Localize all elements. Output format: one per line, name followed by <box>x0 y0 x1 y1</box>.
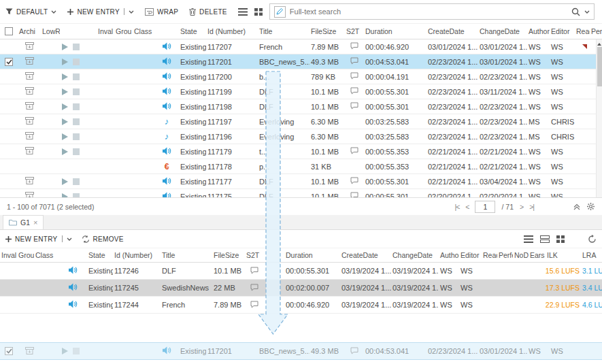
col-duration[interactable]: Duration <box>284 251 340 259</box>
col-class[interactable]: Class <box>133 27 154 35</box>
table-row[interactable]: ♪ € Existing 117197 Everloving 6.30 MB 0… <box>0 114 602 129</box>
rows-view-icon[interactable] <box>540 235 550 243</box>
search-options-chevron-icon[interactable] <box>584 10 590 14</box>
stop-icon[interactable] <box>73 44 80 50</box>
stop-icon[interactable] <box>73 88 80 95</box>
prev-page-button[interactable]: < <box>465 203 469 211</box>
grid-view-icon[interactable] <box>254 8 263 16</box>
wrap-toggle-button[interactable]: WRAP <box>145 8 178 16</box>
col-id[interactable]: Id (Number) <box>113 251 161 259</box>
stop-icon[interactable] <box>73 193 80 198</box>
table-row[interactable]: ♪ € Existing 117201 BBC_news_5... 49.3 M… <box>0 54 602 69</box>
remove-button[interactable]: REMOVE <box>82 235 124 243</box>
refresh-icon[interactable] <box>588 235 597 244</box>
play-icon[interactable] <box>62 59 68 65</box>
row-checkbox[interactable] <box>5 58 13 66</box>
vertical-scrollbar[interactable] <box>596 39 602 197</box>
col-class[interactable]: Class <box>34 251 58 259</box>
col-inval[interactable]: Inval <box>0 251 17 259</box>
col-lowres[interactable]: LowRes <box>41 27 60 35</box>
play-icon[interactable] <box>62 103 68 110</box>
col-editor[interactable]: Editor <box>550 27 575 35</box>
grid-view-icon[interactable] <box>556 235 565 243</box>
play-icon[interactable] <box>62 148 68 155</box>
col-title[interactable]: Title <box>161 251 212 259</box>
delete-button[interactable]: DELETE <box>189 8 227 16</box>
col-perfe[interactable]: Perfe <box>497 251 513 259</box>
filter-default-button[interactable]: DEFAULT <box>5 8 56 16</box>
close-icon[interactable]: × <box>33 218 37 227</box>
col-createdate[interactable]: CreateDate <box>340 251 391 259</box>
stop-icon[interactable] <box>73 118 80 125</box>
bottom-new-entry-button[interactable]: NEW ENTRY <box>5 235 72 243</box>
play-icon[interactable] <box>62 118 68 125</box>
table-row[interactable]: ♪ € Existing 117178 p... 31 KB 00:00:55.… <box>0 159 602 174</box>
col-read[interactable]: Read <box>482 251 497 259</box>
col-ilk[interactable]: ILK <box>546 251 581 259</box>
col-filesize[interactable]: FileSize <box>310 27 345 35</box>
table-row[interactable]: ♪ € Existing 117198 DLF 10.1 MB 00:00:55… <box>0 99 602 114</box>
col-title[interactable]: Title <box>258 27 310 35</box>
collapse-panel-icon[interactable] <box>573 203 580 210</box>
table-row[interactable]: ♪ € Existing 117207 French 7.89 MB 00:00… <box>0 39 602 54</box>
edit-query-icon[interactable] <box>274 6 286 18</box>
stop-icon[interactable] <box>73 178 80 185</box>
table-row[interactable]: ♪ € Existing 117199 DLF 10.1 MB 00:00:55… <box>0 84 602 99</box>
table-row[interactable]: Existing 117244 French 7.89 MB 00:00:46.… <box>0 297 602 314</box>
col-duration[interactable]: Duration <box>364 27 427 35</box>
col-read[interactable]: Read <box>575 27 590 35</box>
play-icon[interactable] <box>62 88 68 95</box>
col-changedate[interactable]: ChangeDate <box>391 251 439 259</box>
stop-icon[interactable] <box>73 148 80 155</box>
stop-icon[interactable] <box>73 103 80 110</box>
col-inval[interactable]: Inval <box>97 27 114 35</box>
col-lra[interactable]: LRA <box>581 251 602 259</box>
col-author[interactable]: Author <box>527 27 550 35</box>
last-page-button[interactable]: >| <box>529 203 534 211</box>
table-row[interactable]: ♪ € Existing 117179 t... 10.1 MB 00:00:5… <box>0 144 602 159</box>
play-icon[interactable] <box>62 73 68 80</box>
table-row[interactable]: Existing 117246 DLF 10.1 MB 00:00:55.301… <box>0 263 602 280</box>
list-view-icon[interactable] <box>238 8 248 16</box>
col-nodi[interactable]: NoDi <box>513 251 529 259</box>
col-archi[interactable]: Archi <box>18 27 41 35</box>
select-all-checkbox[interactable] <box>5 27 13 35</box>
col-filesize[interactable]: FileSize <box>212 251 245 259</box>
col-grou[interactable]: Grou <box>17 251 34 259</box>
col-changedate[interactable]: ChangeDate <box>478 27 527 35</box>
tab-g1[interactable]: G1 × <box>3 215 44 229</box>
table-row[interactable]: Existing 117245 SwedishNews 22 MB 00:02:… <box>0 280 602 297</box>
stop-icon[interactable] <box>73 133 80 140</box>
next-page-button[interactable]: > <box>520 203 523 211</box>
play-icon[interactable] <box>62 133 68 140</box>
search-icon[interactable] <box>571 7 580 16</box>
table-row[interactable]: ♪ € Existing 117177 DLF 10.1 MB 00:00:55… <box>0 174 602 189</box>
play-icon[interactable] <box>62 193 68 198</box>
table-row[interactable]: ♪ € Existing 117175 DLF 10.1 MB 00:00:55… <box>0 189 602 197</box>
col-editor[interactable]: Editor <box>459 251 482 259</box>
play-icon[interactable] <box>62 178 68 185</box>
col-author[interactable]: Author <box>439 251 459 259</box>
col-id[interactable]: Id (Number) <box>206 27 258 35</box>
page-input[interactable] <box>475 201 495 213</box>
col-grou[interactable]: Grou <box>114 27 133 35</box>
new-entry-button[interactable]: NEW ENTRY <box>67 8 134 16</box>
col-ears[interactable]: Ears <box>529 251 546 259</box>
col-perfe[interactable]: Perfe <box>590 27 602 35</box>
scroll-up-arrow-icon[interactable] <box>597 39 602 46</box>
first-page-button[interactable]: |< <box>454 203 459 211</box>
list-view-icon[interactable] <box>524 235 533 243</box>
col-state[interactable]: State <box>87 251 113 259</box>
table-row[interactable]: ♪ € Existing 117196 Everloving 6.30 MB 0… <box>0 129 602 144</box>
table-row[interactable]: ♪ € Existing 117200 b... 789 KB 00:00:04… <box>0 69 602 84</box>
settings-gear-icon[interactable] <box>586 202 595 211</box>
play-icon[interactable] <box>62 44 68 50</box>
stop-icon[interactable] <box>73 73 80 80</box>
stop-icon[interactable] <box>73 59 80 65</box>
col-s2t[interactable]: S2T <box>245 251 264 259</box>
scrollbar-thumb[interactable] <box>597 47 602 86</box>
search-input[interactable] <box>290 7 567 16</box>
col-s2t[interactable]: S2T <box>345 27 364 35</box>
col-createdate[interactable]: CreateDate <box>427 27 478 35</box>
col-state[interactable]: State <box>179 27 206 35</box>
